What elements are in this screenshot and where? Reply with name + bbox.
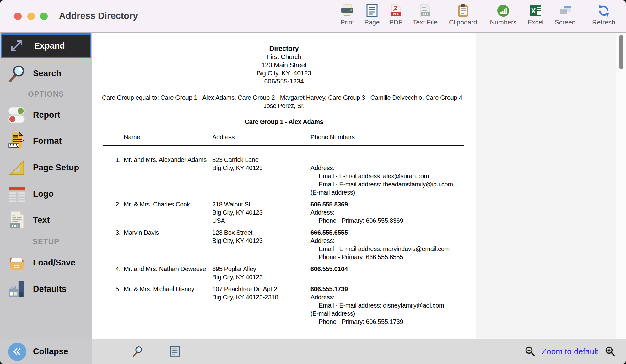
triangle-ruler-icon <box>7 158 27 177</box>
sidebar-item-label: Load/Save <box>33 258 75 268</box>
entry-phone-line: Address: <box>310 237 476 245</box>
factory-icon <box>7 280 27 298</box>
toolbar-label: Clipboard <box>449 19 477 26</box>
entry-phone-numbers: 666.555.6555Address:Email - E-mail addre… <box>310 228 476 261</box>
entry-address-line: Big City, KY 40123 <box>212 164 310 172</box>
sidebar-item-expand[interactable]: Expand <box>1 33 91 58</box>
toolbar-label: PDF <box>389 19 402 26</box>
entry-address-line: Big City, KY 40123 <box>212 273 310 281</box>
entry-name: Mr. & Mrs. Charles Cook <box>124 200 212 225</box>
report-header: Directory First Church 123 Main Street B… <box>92 45 476 85</box>
directory-entry: 2. Mr. & Mrs. Charles Cook 218 Walnut St… <box>92 200 476 225</box>
entry-phone-line: 606.555.0104 <box>310 265 476 273</box>
entry-address: 123 Box StreetBig City, KY 40123 <box>212 228 310 261</box>
printer-icon <box>340 4 354 18</box>
preview-gutter <box>476 33 616 339</box>
excel-icon: X <box>529 4 542 18</box>
toolbar-numbers-button[interactable]: Numbers <box>486 4 521 31</box>
sidebar-item-logo[interactable]: Logo <box>0 184 92 204</box>
entry-address: 218 Walnut StBig City, KY 40123USA <box>212 200 310 225</box>
txt-file-icon: TXT <box>7 211 27 229</box>
sidebar-item-format[interactable]: Format <box>0 131 92 151</box>
toolbar-label: Text File <box>413 19 437 26</box>
sidebar-item-label: Defaults <box>33 284 67 294</box>
minimize-window-button[interactable] <box>27 13 35 20</box>
entry-address: 695 Poplar AlleyBig City, KY 40123 <box>212 265 310 281</box>
entry-address-line: 107 Peachtree Dr Apt 2 <box>212 285 310 293</box>
entry-phone-line: 606.555.1739 <box>310 285 476 293</box>
sidebar-item-report[interactable]: Report <box>0 105 92 125</box>
table-header: Name Address Phone Numbers <box>92 133 476 141</box>
toolbar-text-file-button[interactable]: TXT Text File <box>408 4 442 31</box>
toolbar-clipboard-button[interactable]: Clipboard <box>446 4 480 31</box>
sidebar-section-options: OPTIONS <box>0 90 92 99</box>
sidebar-item-load-save[interactable]: Load/Save <box>0 253 92 273</box>
toolbar-label: Screen <box>555 19 576 26</box>
entry-phone-line: Address: <box>310 293 476 301</box>
entry-phone-line: (E-mail address) <box>310 188 476 196</box>
document-view-icon[interactable] <box>168 344 182 359</box>
refresh-icon <box>597 4 611 18</box>
sidebar-section-setup: SETUP <box>0 237 92 246</box>
column-header-name: Name <box>124 133 212 141</box>
sidebar-item-collapse[interactable]: Collapse <box>0 339 92 364</box>
logo-layout-icon <box>7 185 27 203</box>
entry-phone-numbers: Address:Email - E-mail address: alex@sur… <box>310 164 476 196</box>
collapse-chevrons-icon <box>8 343 26 361</box>
format-document-icon <box>7 132 27 150</box>
care-group-heading: Care Group 1 - Alex Adams <box>92 118 476 126</box>
vertical-scrollbar[interactable] <box>616 33 626 339</box>
sidebar-item-page-setup[interactable]: Page Setup <box>0 158 92 178</box>
zoom-out-button[interactable] <box>523 344 537 359</box>
report-city: Big City, KY 40123 <box>92 69 476 77</box>
entry-phone-line: Phone - Primary: 606.555.8369 <box>310 217 476 225</box>
screen-windows-icon <box>558 4 572 18</box>
report-filter-line: Care Group equal to: Care Group 1 - Alex… <box>102 94 466 110</box>
scrollbar-thumb[interactable] <box>619 35 623 69</box>
sidebar-item-defaults[interactable]: Defaults <box>0 279 92 299</box>
toolbar-refresh-button[interactable]: Refresh <box>586 4 621 31</box>
close-window-button[interactable] <box>14 13 22 20</box>
toolbar-label: Print <box>340 19 354 26</box>
entry-name: Marvin Davis <box>124 228 212 261</box>
entry-phone-numbers: 606.555.8369Address:Phone - Primary: 606… <box>310 200 476 225</box>
entry-address-line: USA <box>212 217 310 225</box>
directory-entry: 4. Mr. and Mrs. Nathan Deweese 695 Popla… <box>92 265 476 281</box>
sidebar-item-label: Logo <box>33 189 54 199</box>
toolbar-screen-button[interactable]: Screen <box>548 4 582 31</box>
entry-address: 823 Carrick LaneBig City, KY 40123 <box>212 156 310 196</box>
directory-entry: 1. Mr. and Mrs. Alexander Adams 823 Carr… <box>92 156 476 196</box>
report-title: Directory <box>92 45 476 53</box>
table-header-rule <box>103 145 464 146</box>
toggle-switches-icon <box>7 106 27 124</box>
zoom-window-button[interactable] <box>40 13 48 20</box>
zoom-to-default-link[interactable]: Zoom to default <box>542 347 598 356</box>
entry-phone-line: Email - E-mail address: alex@suran.com <box>310 172 476 180</box>
entry-phone-line: Address: <box>310 164 476 172</box>
sidebar-item-label: Search <box>33 69 61 78</box>
entry-phone-numbers: 606.555.0104 <box>310 265 476 281</box>
entry-phone-line: 666.555.6555 <box>310 228 476 237</box>
entry-phone-line: 606.555.8369 <box>310 200 476 208</box>
search-icon <box>7 64 27 83</box>
entry-address-line: Big City, KY 40123 <box>212 237 310 245</box>
sidebar-item-label: Text <box>33 215 50 225</box>
entry-phone-line: Phone - Primary: 666.555.6555 <box>310 253 476 261</box>
expand-arrows-icon <box>7 37 27 55</box>
directory-entries: 1. Mr. and Mrs. Alexander Adams 823 Carr… <box>92 156 476 326</box>
entry-address-line: 123 Box Street <box>212 228 310 237</box>
entry-phone-line: Email - E-mail address: disneyfamily@aol… <box>310 301 476 309</box>
entry-phone-line: (E-mail address) <box>310 309 476 318</box>
sidebar-item-search[interactable]: Search <box>0 63 92 83</box>
toolbar-label: Excel <box>527 19 543 26</box>
entry-name: Mr. and Mrs. Alexander Adams <box>124 156 212 196</box>
column-header-phone: Phone Numbers <box>310 133 476 141</box>
zoom-in-button[interactable] <box>603 344 617 359</box>
search-preview-icon[interactable] <box>131 344 145 359</box>
entry-phone-line: Phone - Primary: 606.555.1739 <box>310 318 476 326</box>
pdf-file-icon: PDF <box>389 4 403 18</box>
directory-entry: 3. Marvin Davis 123 Box StreetBig City, … <box>92 228 476 261</box>
entry-phone-line: Email - E-mail address: theadamsfamily@i… <box>310 180 476 188</box>
sidebar-item-text[interactable]: TXT Text <box>0 210 92 230</box>
toolbar-label: Page <box>364 19 380 26</box>
